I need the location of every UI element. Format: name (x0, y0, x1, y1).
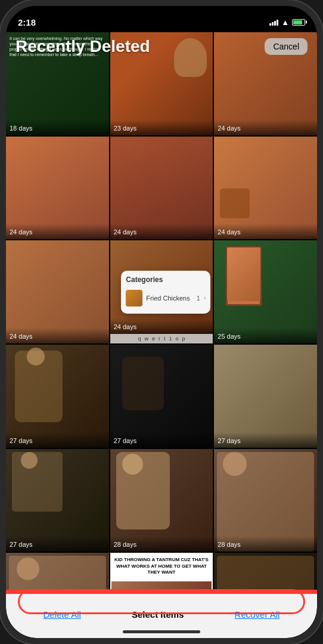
category-name: Fried Chickens (146, 295, 193, 302)
cell-day-label: 18 days (10, 125, 33, 132)
grid-container: It can be very overwhelming. No matter w… (6, 32, 317, 590)
cell-day-label: 23 days (114, 125, 137, 132)
category-title: Categories (126, 275, 206, 284)
battery-icon (292, 19, 305, 26)
category-thumb (126, 290, 142, 306)
wifi-icon: ▲ (281, 18, 289, 27)
signal-icon (269, 18, 278, 26)
select-items-label: Select Items (132, 609, 184, 620)
page-title: Recently Deleted (15, 37, 150, 56)
delete-all-button[interactable]: Delete All (44, 609, 81, 620)
phone-inner: 2:18 ▲ Recently Deleted Cancel (6, 6, 317, 638)
cancel-button[interactable]: Cancel (265, 38, 308, 55)
header-bar: Recently Deleted Cancel (6, 32, 317, 61)
status-time: 2:18 (18, 17, 36, 27)
grid-cell-with-popup[interactable]: Categories Fried Chickens 1 › (110, 240, 213, 343)
content-area: Recently Deleted Cancel It can be very o… (6, 6, 317, 590)
grid-cell[interactable]: 24 days (214, 137, 317, 240)
grid-cell[interactable]: 24 days (110, 137, 213, 240)
grid-cell[interactable]: 24 days (6, 137, 109, 240)
grid-cell[interactable]: 28 days (6, 553, 109, 590)
grid-cell[interactable]: 28 days (214, 553, 317, 590)
grid-cell[interactable]: 28 days (214, 449, 317, 552)
category-item[interactable]: Fried Chickens 1 › (126, 287, 206, 309)
grid-cell[interactable]: 27 days (110, 345, 213, 448)
bottom-bar: Delete All Select Items Recover All (6, 590, 317, 638)
notch (114, 6, 209, 24)
phone-frame: 2:18 ▲ Recently Deleted Cancel (0, 0, 323, 644)
category-count: 1 (197, 295, 200, 302)
grid-cell[interactable]: 24 days (6, 240, 109, 343)
grid-cell[interactable]: 28 days (110, 449, 213, 552)
grid-cell[interactable]: 25 days (214, 240, 317, 343)
recover-all-button[interactable]: Recover All (235, 609, 280, 620)
keyboard-row: qwert1op (110, 334, 213, 343)
grid-cell[interactable]: 27 days (6, 449, 109, 552)
photo-grid: It can be very overwhelming. No matter w… (6, 6, 317, 590)
chevron-right-icon: › (204, 295, 206, 301)
grid-cell[interactable]: 27 days (6, 345, 109, 448)
grid-cell-meme[interactable]: KID THROWING A TANTRUM CUZ THAT'S WHAT W… (110, 553, 213, 590)
status-icons: ▲ (269, 18, 305, 27)
home-indicator (123, 630, 200, 633)
category-popup: Categories Fried Chickens 1 › (121, 271, 210, 314)
grid-cell[interactable]: 27 days (214, 345, 317, 448)
